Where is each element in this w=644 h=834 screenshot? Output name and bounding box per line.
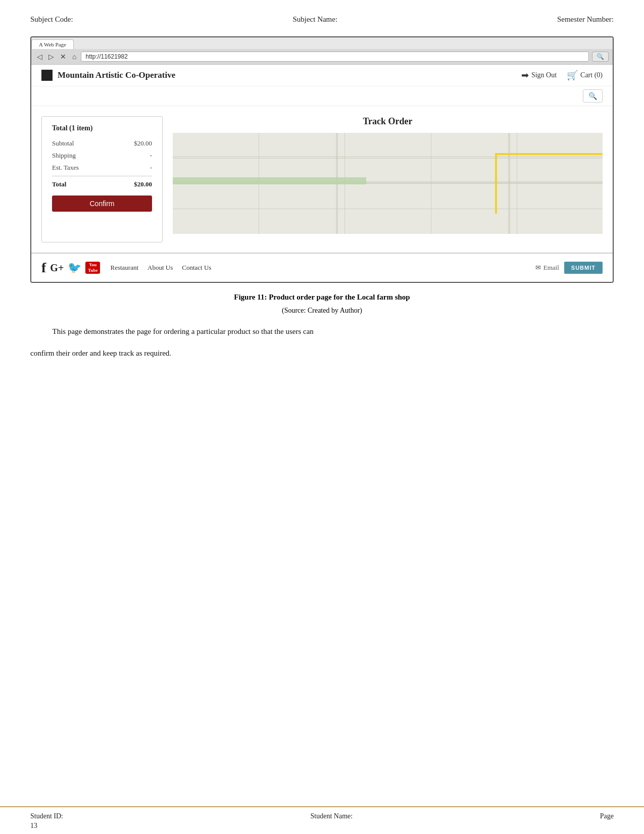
taxes-label: Est. Taxes xyxy=(52,164,79,172)
semester-label: Semester Number: xyxy=(557,15,614,24)
figure-caption: Figure 11: Product order page for the Lo… xyxy=(30,293,614,302)
home-button[interactable]: ⌂ xyxy=(71,52,78,62)
doc-footer: Student ID: 13 Student Name: Page xyxy=(0,806,644,834)
subtotal-label: Subtotal xyxy=(52,139,74,148)
browser-tab-label: A Web Page xyxy=(39,41,66,47)
site-logo-text: Mountain Artistic Co-Operative xyxy=(58,70,521,80)
cart-label: Cart (0) xyxy=(580,71,603,79)
site-search-button[interactable]: 🔍 xyxy=(583,89,603,103)
taxes-value: - xyxy=(150,164,152,172)
search-row: 🔍 xyxy=(31,86,613,106)
subtotal-row: Subtotal $20.00 xyxy=(52,139,152,148)
body-text-line2: confirm their order and keep track as re… xyxy=(30,349,171,357)
map-grid xyxy=(173,133,603,234)
doc-header: Subject Code: Subject Name: Semester Num… xyxy=(0,0,644,31)
subject-code-label: Subject Code: xyxy=(30,15,73,24)
footer-student-id-col: Student ID: 13 xyxy=(30,812,63,830)
subject-name-label: Subject Name: xyxy=(292,15,337,24)
footer-link-restaurant[interactable]: Restaurant xyxy=(110,264,138,272)
site-main: Total (1 item) Subtotal $20.00 Shipping … xyxy=(31,106,613,253)
browser-tab: A Web Page xyxy=(31,39,74,49)
shipping-label: Shipping xyxy=(52,152,76,160)
page-label: Page xyxy=(600,812,614,820)
shipping-value: - xyxy=(150,152,152,160)
logo-square xyxy=(41,70,53,81)
confirm-button[interactable]: Confirm xyxy=(52,195,152,212)
email-icon: ✉ xyxy=(535,264,541,272)
footer-social: f G+ 🐦 You Tube xyxy=(41,260,100,276)
footer-link-about[interactable]: About Us xyxy=(147,264,173,272)
map-container xyxy=(173,133,603,234)
gplus-icon[interactable]: G+ xyxy=(50,262,64,274)
site-footer: f G+ 🐦 You Tube Restaurant About Us Cont… xyxy=(31,253,613,282)
student-id-value: 13 xyxy=(30,822,63,830)
youtube-badge[interactable]: You Tube xyxy=(85,262,100,274)
sign-out-group[interactable]: ➡ Sign Out xyxy=(521,70,557,81)
subtotal-value: $20.00 xyxy=(134,139,152,148)
cart-icon: 🛒 xyxy=(567,70,578,81)
body-paragraph: This page demonstrates the page for orde… xyxy=(30,325,614,338)
close-button[interactable]: ✕ xyxy=(59,52,68,62)
track-order-panel: Track Order xyxy=(173,116,603,242)
taxes-row: Est. Taxes - xyxy=(52,164,152,172)
browser-search-button[interactable]: 🔍 xyxy=(592,52,609,62)
footer-email-group: ✉ Email xyxy=(535,264,559,272)
browser-tab-bar: A Web Page xyxy=(31,37,613,49)
browser-mockup: A Web Page ◁ ▷ ✕ ⌂ 🔍 Mountain Artistic C… xyxy=(30,36,614,283)
site-navbar: Mountain Artistic Co-Operative ➡ Sign Ou… xyxy=(31,65,613,86)
track-order-title: Track Order xyxy=(173,116,603,127)
email-label: Email xyxy=(543,264,559,272)
order-summary-title: Total (1 item) xyxy=(52,124,152,132)
footer-page-col: Page xyxy=(600,812,614,820)
back-button[interactable]: ◁ xyxy=(35,52,44,62)
sign-out-icon: ➡ xyxy=(521,70,529,81)
submit-button[interactable]: SUBMIT xyxy=(564,262,603,274)
total-row: Total $20.00 xyxy=(52,176,152,188)
student-id-label: Student ID: xyxy=(30,812,63,820)
student-name-label: Student Name: xyxy=(311,812,353,820)
footer-link-contact[interactable]: Contact Us xyxy=(182,264,211,272)
facebook-icon[interactable]: f xyxy=(41,260,46,276)
forward-button[interactable]: ▷ xyxy=(47,52,56,62)
cart-group[interactable]: 🛒 Cart (0) xyxy=(567,70,603,81)
footer-student-name-col: Student Name: xyxy=(311,812,353,820)
browser-toolbar: ◁ ▷ ✕ ⌂ 🔍 xyxy=(31,49,613,65)
body-text-line1: This page demonstrates the page for orde… xyxy=(52,327,313,335)
body-paragraph-2: confirm their order and keep track as re… xyxy=(30,347,614,360)
address-bar[interactable] xyxy=(81,52,589,62)
twitter-icon[interactable]: 🐦 xyxy=(68,261,81,274)
shipping-row: Shipping - xyxy=(52,152,152,160)
sign-out-label: Sign Out xyxy=(531,71,557,79)
figure-source: (Source: Created by Author) xyxy=(30,307,614,315)
youtube-top: You xyxy=(89,262,96,268)
total-label: Total xyxy=(52,180,66,188)
footer-links: Restaurant About Us Contact Us xyxy=(110,264,530,272)
total-value: $20.00 xyxy=(134,180,152,188)
order-summary-panel: Total (1 item) Subtotal $20.00 Shipping … xyxy=(41,116,163,242)
youtube-bottom: Tube xyxy=(88,268,97,273)
